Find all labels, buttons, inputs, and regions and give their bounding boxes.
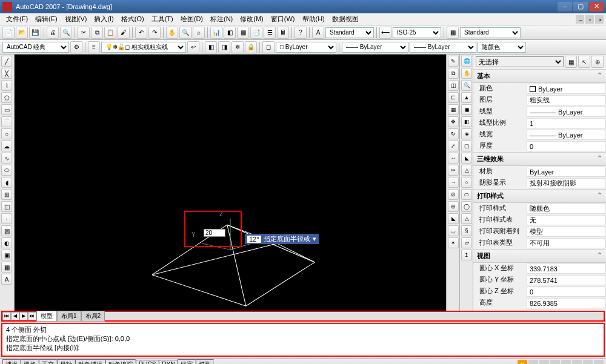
point-icon[interactable]: ·: [1, 213, 12, 224]
dimstyle-select[interactable]: ISO-25: [393, 27, 441, 38]
cone-icon[interactable]: △: [461, 165, 472, 176]
copy2-icon[interactable]: ⧉: [448, 68, 459, 79]
status-ducs[interactable]: DUCS: [136, 360, 159, 364]
menu-help[interactable]: 帮助(H): [299, 13, 328, 25]
tablestyle-icon[interactable]: ▦: [447, 27, 459, 39]
ssm-icon[interactable]: 📑: [250, 27, 262, 39]
extend-icon[interactable]: →: [448, 177, 459, 188]
minimize-button[interactable]: –: [558, 2, 572, 12]
arc-icon[interactable]: ⌒: [1, 116, 12, 127]
menu-file[interactable]: 文件(F): [2, 13, 32, 25]
mdi-restore-button[interactable]: ▫: [585, 15, 594, 24]
status-osnap[interactable]: 对象捕捉: [75, 359, 105, 365]
extrude-icon[interactable]: ↥: [461, 250, 472, 260]
tray-icon-4[interactable]: [561, 360, 571, 365]
print-icon[interactable]: 🖨: [47, 27, 59, 39]
redo-icon[interactable]: ↷: [148, 27, 161, 39]
pickadd-icon[interactable]: ⊕: [591, 56, 604, 68]
selection-select[interactable]: 无选择: [476, 56, 564, 67]
ws-settings-icon[interactable]: ⚙: [70, 41, 82, 53]
planar-icon[interactable]: ▱: [461, 237, 472, 248]
quickselect-icon[interactable]: ▦: [565, 56, 577, 68]
layeroff-icon[interactable]: ◨: [218, 41, 230, 53]
mdi-close-button[interactable]: ×: [595, 15, 604, 24]
tab-prev-button[interactable]: ◀: [11, 312, 19, 320]
move-icon[interactable]: ✥: [448, 116, 459, 127]
menu-window[interactable]: 窗口(W): [267, 13, 299, 25]
close-button[interactable]: ✕: [589, 2, 604, 12]
viewfront-icon[interactable]: ◼: [461, 104, 472, 115]
spline-icon[interactable]: ∿: [1, 153, 12, 164]
linetype-select[interactable]: —— ByLayer: [342, 42, 408, 53]
section-print[interactable]: 打印样式⌃: [473, 189, 606, 203]
prop-lscale-value[interactable]: 1: [527, 118, 606, 128]
prop-color-value[interactable]: ByLayer: [527, 84, 606, 94]
block-icon[interactable]: ◫: [1, 201, 12, 212]
line-icon[interactable]: ╱: [1, 56, 12, 67]
prop-shadow-value[interactable]: 投射和接收阴影: [527, 178, 606, 188]
status-ortho[interactable]: 正交: [39, 359, 57, 365]
viewiso-icon[interactable]: ◈: [461, 128, 472, 139]
tray-icon-6[interactable]: [583, 360, 593, 365]
gradient-icon[interactable]: ◐: [1, 237, 12, 248]
mirror-icon[interactable]: ◫: [448, 80, 459, 91]
layerfrz-icon[interactable]: ❄: [231, 41, 244, 53]
command-window[interactable]: 4 个侧面 外切 指定底面的中心点或 [边(E)/侧面(S)]: 0,0,0 指…: [1, 323, 605, 357]
rect-icon[interactable]: ▭: [1, 104, 12, 115]
tray-icon-3[interactable]: [550, 360, 560, 365]
cut-icon[interactable]: ✂: [78, 27, 90, 39]
pyramid-icon[interactable]: △: [461, 213, 472, 224]
help-icon[interactable]: ?: [295, 27, 307, 39]
dimstyle-icon[interactable]: ⟵: [379, 27, 391, 39]
prop-mat-value[interactable]: ByLayer: [527, 167, 606, 177]
viewside-icon[interactable]: ◧: [461, 116, 472, 127]
region-icon[interactable]: ▣: [1, 250, 12, 260]
tray-icon-5[interactable]: [572, 360, 582, 365]
maximize-button[interactable]: ▢: [573, 2, 588, 12]
menu-modify[interactable]: 修改(M): [236, 13, 267, 25]
calc-icon[interactable]: 🖩: [277, 27, 289, 39]
new-icon[interactable]: 📄: [2, 27, 15, 39]
prop-w-value[interactable]: 19810.9031: [527, 309, 606, 311]
status-dyn[interactable]: DYN: [159, 360, 178, 364]
tab-next-button[interactable]: ▶: [19, 312, 28, 320]
pan-icon[interactable]: ✋: [166, 27, 178, 39]
lineweight-select[interactable]: —— ByLayer: [410, 42, 476, 53]
break-icon[interactable]: ⊘: [448, 189, 459, 200]
cylinder-icon[interactable]: ⬭: [461, 189, 472, 200]
mark-icon[interactable]: ☰: [264, 27, 276, 39]
layerprops-icon[interactable]: ≡: [88, 41, 100, 53]
circle-icon[interactable]: ○: [1, 128, 12, 139]
layerlck-icon[interactable]: 🔒: [245, 41, 257, 53]
menu-dim[interactable]: 标注(N): [207, 13, 236, 25]
textstyle-icon[interactable]: A: [312, 27, 324, 39]
section-view[interactable]: 视图⌃: [473, 249, 606, 263]
undo-icon[interactable]: ↶: [135, 27, 147, 39]
status-otrace[interactable]: 对象追踪: [105, 359, 136, 365]
tray-icon-1[interactable]: [528, 360, 538, 365]
status-snap[interactable]: 捕捉: [2, 359, 21, 365]
menu-view[interactable]: 视图(V): [61, 13, 91, 25]
paste-icon[interactable]: 📋: [104, 27, 116, 39]
dynamic-input[interactable]: 20: [204, 229, 225, 237]
tab-first-button[interactable]: ⏮: [2, 312, 11, 320]
save-icon[interactable]: 💾: [29, 27, 41, 39]
trim-icon[interactable]: ✂: [448, 165, 459, 176]
prop-cx-value[interactable]: 339.7183: [527, 263, 606, 274]
plotstyle-select[interactable]: 随颜色: [478, 42, 526, 53]
menu-format[interactable]: 格式(O): [118, 13, 148, 25]
section-basic[interactable]: 基本⌃: [473, 69, 606, 83]
color-icon[interactable]: ◻: [262, 41, 275, 53]
prop-cy-value[interactable]: 278.5741: [527, 275, 606, 285]
props-icon[interactable]: 📊: [210, 27, 222, 39]
dc-icon[interactable]: ◧: [224, 27, 236, 39]
prop-lweight-value[interactable]: ———— ByLayer: [527, 130, 606, 140]
color-select[interactable]: □ ByLayer: [276, 42, 336, 53]
fillet-icon[interactable]: ◡: [448, 225, 459, 236]
table-icon[interactable]: ▦: [1, 262, 12, 273]
status-model[interactable]: 模型: [196, 359, 214, 365]
wedge-icon[interactable]: ◣: [461, 153, 472, 164]
join-icon[interactable]: ⊕: [448, 201, 459, 212]
zoom-icon[interactable]: 🔍: [179, 27, 191, 39]
status-polar[interactable]: 极轴: [57, 359, 75, 365]
